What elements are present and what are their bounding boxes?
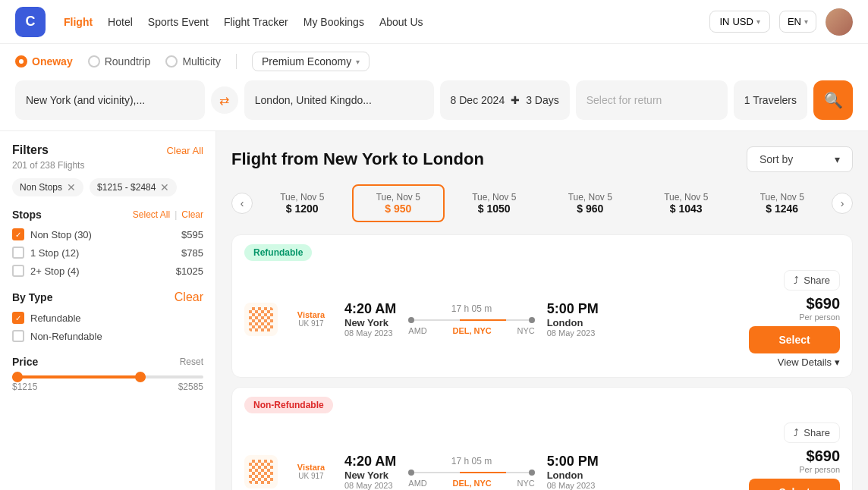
tag-nonstops[interactable]: Non Stops ✕	[12, 178, 83, 196]
nav-tracker[interactable]: Flight Tracker	[224, 16, 288, 28]
date-tab-1[interactable]: Tue, Nov 5 $ 950	[352, 184, 445, 222]
flight-1-select-button[interactable]: Select	[749, 479, 840, 490]
flight-1-share-button[interactable]: ⤴ Share	[784, 422, 840, 443]
date-tab-next[interactable]: ›	[832, 193, 853, 214]
flight-0-share-label: Share	[804, 275, 830, 286]
date-tab-3[interactable]: Tue, Nov 5 $ 960	[544, 184, 637, 222]
price-title: Price	[12, 356, 38, 368]
type-0-checkbox[interactable]: ✓	[12, 312, 24, 324]
stop-0-label: Non Stop (30)	[30, 229, 92, 240]
date-field[interactable]: 8 Dec 2024 ✚ 3 Days	[440, 80, 570, 120]
flight-0-arrive: 5:00 PM London 08 May 2023	[547, 301, 599, 338]
date-tab-5[interactable]: Tue, Nov 5 $ 1246	[736, 184, 829, 222]
date-tab-4-price: $ 1043	[646, 203, 727, 215]
language-value: EN	[788, 16, 801, 27]
date-tabs: ‹ Tue, Nov 5 $ 1200 Tue, Nov 5 $ 950 Tue…	[231, 184, 853, 222]
trip-type-oneway[interactable]: Oneway	[15, 55, 73, 68]
date-tab-5-price: $ 1246	[742, 203, 823, 215]
app-logo[interactable]: C	[15, 7, 46, 37]
travelers-field[interactable]: 1 Travelers	[734, 80, 807, 120]
date-tab-1-date: Tue, Nov 5	[358, 192, 439, 203]
date-tab-4[interactable]: Tue, Nov 5 $ 1043	[640, 184, 733, 222]
nav-sports[interactable]: Sports Event	[148, 16, 209, 28]
price-max: $2585	[178, 382, 203, 392]
flight-1-airport-start: AMD	[408, 479, 426, 488]
trip-type-roundtrip[interactable]: Roundtrip	[88, 55, 151, 68]
stop-1-checkbox[interactable]	[12, 247, 24, 259]
cabin-class-value: Premium Economy	[262, 55, 351, 68]
date-tab-prev[interactable]: ‹	[231, 193, 253, 214]
oneway-radio[interactable]	[15, 55, 27, 68]
swap-button[interactable]: ⇄	[211, 86, 238, 114]
date-tab-0[interactable]: Tue, Nov 5 $ 1200	[256, 184, 349, 222]
search-row: New York (and vicinity),... ⇄ London, Un…	[15, 80, 853, 120]
date-tab-1-price: $ 950	[358, 203, 439, 215]
flight-0-badge: Refundable	[244, 244, 312, 261]
stop-2-checkbox[interactable]	[12, 265, 24, 277]
trip-type-multicity[interactable]: Multicity	[165, 55, 221, 68]
price-slider[interactable]	[12, 375, 203, 378]
flight-1-arrive-date: 08 May 2023	[547, 481, 599, 490]
flight-1-path-line	[408, 470, 534, 476]
price-header: Price Reset	[12, 356, 203, 368]
nav-flight[interactable]: Flight	[64, 16, 93, 28]
flight-1-airport-end: NYC	[517, 479, 534, 488]
flight-0-select-button[interactable]: Select	[749, 326, 840, 353]
origin-field[interactable]: New York (and vicinity),...	[15, 80, 205, 120]
date-tab-2[interactable]: Tue, Nov 5 $ 1050	[448, 184, 541, 222]
language-selector[interactable]: EN ▾	[779, 11, 816, 33]
sidebar: Filters Clear All 201 of 238 Flights Non…	[0, 131, 216, 490]
multicity-label: Multicity	[182, 55, 221, 68]
roundtrip-radio[interactable]	[88, 55, 100, 68]
price-reset[interactable]: Reset	[180, 357, 203, 367]
nav-bookings[interactable]: My Bookings	[303, 16, 364, 28]
price-min: $1215	[12, 382, 37, 392]
flight-count: 201 of 238 Flights	[12, 160, 203, 171]
nav-about[interactable]: About Us	[379, 16, 423, 28]
return-placeholder: Select for return	[587, 94, 662, 106]
slider-thumb-right[interactable]	[135, 372, 146, 382]
price-section: Price Reset $1215 $2585	[12, 356, 203, 392]
flight-0-share-button[interactable]: ⤴ Share	[784, 270, 840, 291]
type-clear[interactable]: Clear	[175, 291, 203, 304]
user-avatar[interactable]	[826, 8, 853, 36]
return-field[interactable]: Select for return	[576, 80, 728, 120]
tag-price[interactable]: $1215 - $2484 ✕	[90, 178, 177, 196]
stop-2-price: $1025	[176, 265, 203, 277]
days-value: 3 Days	[526, 94, 559, 106]
type-1-checkbox[interactable]	[12, 330, 24, 342]
flight-0-arrive-date: 08 May 2023	[547, 328, 599, 338]
multicity-radio[interactable]	[165, 55, 178, 68]
search-icon: 🔍	[824, 91, 843, 109]
stop-0-checkbox[interactable]: ✓	[12, 228, 24, 240]
flight-0-path-line	[408, 317, 534, 323]
currency-selector[interactable]: IN USD ▾	[709, 11, 769, 33]
flight-0-airport-mid: DEL, NYC	[452, 326, 491, 335]
stops-select-all[interactable]: Select All	[133, 209, 170, 220]
tag-nonstops-close[interactable]: ✕	[67, 181, 76, 193]
dot-start	[408, 317, 414, 323]
flight-1-airline-logo	[244, 455, 278, 488]
search-button[interactable]: 🔍	[813, 80, 853, 120]
type-section: By Type Clear ✓ Refundable Non-Refundabl…	[12, 291, 203, 342]
stops-clear[interactable]: Clear	[181, 209, 203, 220]
flight-0-airline-logo	[244, 303, 278, 336]
flight-0-airports: AMD DEL, NYC NYC	[408, 326, 534, 335]
destination-field[interactable]: London, United Kingdo...	[244, 80, 434, 120]
flight-0-view-details[interactable]: View Details ▾	[749, 357, 840, 368]
date-value: 8 Dec 2024	[451, 94, 505, 106]
dot-end	[529, 317, 535, 323]
date-tab-2-price: $ 1050	[454, 203, 535, 215]
flight-0-depart-time: 4:20 AM	[344, 301, 396, 317]
sort-by-button[interactable]: Sort by ▾	[747, 146, 853, 172]
tag-price-close[interactable]: ✕	[160, 181, 169, 193]
slider-thumb-left[interactable]	[12, 372, 23, 382]
divider	[236, 54, 237, 69]
clear-all-button[interactable]: Clear All	[167, 145, 203, 156]
type-option-0: ✓ Refundable	[12, 312, 203, 324]
flight-1-path: 17 h 05 m AMD DEL, NYC NYC	[408, 456, 534, 488]
stop-1-label: 1 Stop (12)	[30, 247, 79, 259]
flight-1-depart: 4:20 AM New York 08 May 2023	[344, 454, 396, 490]
nav-hotel[interactable]: Hotel	[108, 16, 133, 28]
cabin-class-selector[interactable]: Premium Economy ▾	[252, 52, 370, 71]
